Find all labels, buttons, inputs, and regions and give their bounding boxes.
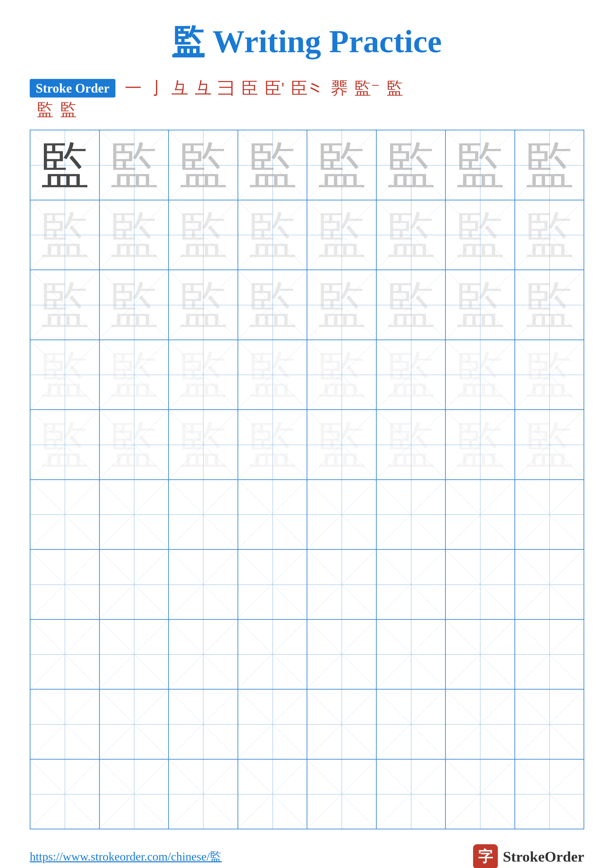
cell-guide-6-1 — [31, 480, 99, 549]
cell-guide-9-8 — [515, 690, 584, 759]
grid-cell-6-6[interactable] — [377, 480, 446, 549]
grid-cell-4-5[interactable]: 監 — [307, 340, 377, 409]
grid-cell-10-3[interactable] — [169, 760, 238, 829]
grid-cell-6-2[interactable] — [100, 480, 169, 549]
stroke-char-9: 臩 — [331, 78, 348, 98]
grid-cell-6-3[interactable] — [169, 480, 238, 549]
grid-cell-1-3[interactable]: 監 — [169, 130, 238, 200]
grid-cell-5-8[interactable]: 監 — [515, 410, 584, 479]
grid-cell-4-6[interactable]: 監 — [377, 340, 446, 409]
grid-cell-10-1[interactable] — [31, 760, 100, 829]
grid-cell-7-4[interactable] — [238, 550, 308, 619]
grid-cell-7-1[interactable] — [31, 550, 100, 619]
cell-guide-6-6 — [377, 480, 445, 549]
cell-char-3-8: 監 — [525, 280, 574, 330]
grid-cell-5-4[interactable]: 監 — [238, 410, 308, 479]
brand-icon-char: 字 — [478, 847, 493, 867]
grid-cell-7-3[interactable] — [169, 550, 238, 619]
grid-cell-2-8[interactable]: 監 — [515, 200, 584, 270]
grid-cell-3-7[interactable]: 監 — [446, 270, 515, 339]
grid-cell-10-6[interactable] — [377, 760, 446, 829]
grid-cell-6-7[interactable] — [446, 480, 515, 549]
grid-cell-7-5[interactable] — [307, 550, 377, 619]
grid-cell-6-1[interactable] — [31, 480, 100, 549]
grid-cell-1-8[interactable]: 監 — [515, 130, 584, 200]
grid-cell-10-2[interactable] — [100, 760, 169, 829]
grid-cell-2-1[interactable]: 監 — [31, 200, 100, 270]
grid-cell-3-4[interactable]: 監 — [238, 270, 308, 339]
grid-cell-5-1[interactable]: 監 — [31, 410, 100, 479]
grid-cell-1-2[interactable]: 監 — [100, 130, 169, 200]
grid-cell-9-8[interactable] — [515, 690, 584, 759]
grid-cell-10-5[interactable] — [307, 760, 377, 829]
grid-cell-8-1[interactable] — [31, 620, 100, 689]
grid-cell-1-7[interactable]: 監 — [446, 130, 515, 200]
grid-cell-1-4[interactable]: 監 — [238, 130, 308, 200]
grid-cell-3-2[interactable]: 監 — [100, 270, 169, 339]
grid-cell-5-6[interactable]: 監 — [377, 410, 446, 479]
grid-cell-8-4[interactable] — [238, 620, 308, 689]
grid-cell-1-5[interactable]: 監 — [307, 130, 377, 200]
grid-cell-4-2[interactable]: 監 — [100, 340, 169, 409]
grid-cell-4-7[interactable]: 監 — [446, 340, 515, 409]
grid-cell-8-6[interactable] — [377, 620, 446, 689]
grid-cell-6-4[interactable] — [238, 480, 308, 549]
grid-cell-9-5[interactable] — [307, 690, 377, 759]
grid-row-8 — [31, 620, 584, 690]
grid-cell-6-8[interactable] — [515, 480, 584, 549]
cell-char-2-8: 監 — [525, 210, 574, 260]
grid-cell-2-6[interactable]: 監 — [377, 200, 446, 270]
grid-cell-2-7[interactable]: 監 — [446, 200, 515, 270]
grid-cell-8-8[interactable] — [515, 620, 584, 689]
grid-cell-5-3[interactable]: 監 — [169, 410, 238, 479]
grid-cell-7-2[interactable] — [100, 550, 169, 619]
footer-url[interactable]: https://www.strokeorder.com/chinese/監 — [30, 849, 222, 865]
cell-char-2-4: 監 — [248, 210, 297, 260]
grid-cell-3-5[interactable]: 監 — [307, 270, 377, 339]
grid-cell-3-8[interactable]: 監 — [515, 270, 584, 339]
grid-cell-8-5[interactable] — [307, 620, 377, 689]
grid-cell-9-7[interactable] — [446, 690, 515, 759]
grid-cell-2-5[interactable]: 監 — [307, 200, 377, 270]
grid-cell-10-8[interactable] — [515, 760, 584, 829]
grid-cell-6-5[interactable] — [307, 480, 377, 549]
cell-guide-7-4 — [238, 550, 307, 619]
grid-cell-9-4[interactable] — [238, 690, 308, 759]
grid-cell-3-3[interactable]: 監 — [169, 270, 238, 339]
grid-cell-7-6[interactable] — [377, 550, 446, 619]
grid-cell-5-7[interactable]: 監 — [446, 410, 515, 479]
grid-cell-1-1[interactable]: 監 — [31, 130, 100, 200]
grid-cell-9-3[interactable] — [169, 690, 238, 759]
stroke-order-label: Stroke Order — [30, 79, 115, 98]
stroke-order-section: Stroke Order 一 亅 彑 彑 彐 臣 臣' 臣⺀ 臩 監⁻ 監 監 … — [30, 78, 584, 120]
grid-cell-1-6[interactable]: 監 — [377, 130, 446, 200]
grid-cell-3-1[interactable]: 監 — [31, 270, 100, 339]
stroke-char-13: 監 — [60, 100, 77, 120]
grid-cell-9-2[interactable] — [100, 690, 169, 759]
grid-cell-2-3[interactable]: 監 — [169, 200, 238, 270]
grid-cell-8-7[interactable] — [446, 620, 515, 689]
stroke-order-chars-row2: 監 監 — [35, 100, 79, 120]
grid-cell-7-7[interactable] — [446, 550, 515, 619]
grid-cell-8-2[interactable] — [100, 620, 169, 689]
grid-cell-9-1[interactable] — [31, 690, 100, 759]
grid-cell-2-2[interactable]: 監 — [100, 200, 169, 270]
cell-guide-10-7 — [446, 760, 515, 829]
grid-cell-4-3[interactable]: 監 — [169, 340, 238, 409]
grid-cell-5-2[interactable]: 監 — [100, 410, 169, 479]
grid-cell-4-1[interactable]: 監 — [31, 340, 100, 409]
grid-cell-9-6[interactable] — [377, 690, 446, 759]
grid-cell-5-5[interactable]: 監 — [307, 410, 377, 479]
cell-char-3-3: 監 — [178, 280, 228, 330]
grid-cell-8-3[interactable] — [169, 620, 238, 689]
grid-cell-3-6[interactable]: 監 — [377, 270, 446, 339]
grid-cell-10-4[interactable] — [238, 760, 308, 829]
grid-cell-4-8[interactable]: 監 — [515, 340, 584, 409]
cell-guide-10-4 — [238, 760, 307, 829]
grid-cell-4-4[interactable]: 監 — [238, 340, 308, 409]
title-text: Writing Practice — [213, 23, 441, 59]
grid-cell-10-7[interactable] — [446, 760, 515, 829]
grid-cell-7-8[interactable] — [515, 550, 584, 619]
grid-cell-2-4[interactable]: 監 — [238, 200, 308, 270]
cell-guide-10-8 — [515, 760, 584, 829]
